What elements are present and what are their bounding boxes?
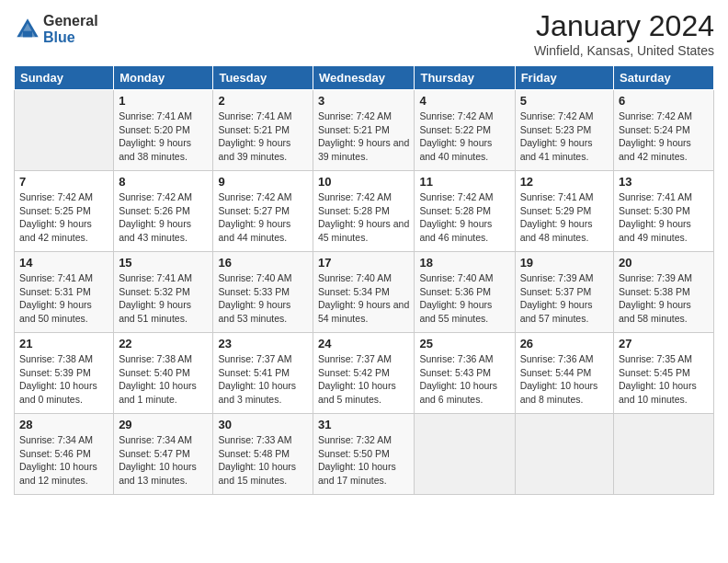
calendar-cell: 9 Sunrise: 7:42 AMSunset: 5:27 PMDayligh… bbox=[213, 171, 313, 252]
col-thursday: Thursday bbox=[415, 66, 515, 90]
calendar-cell: 22 Sunrise: 7:38 AMSunset: 5:40 PMDaylig… bbox=[114, 333, 213, 414]
day-info: Sunrise: 7:38 AMSunset: 5:39 PMDaylight:… bbox=[19, 353, 97, 405]
day-number: 13 bbox=[619, 175, 709, 189]
day-info: Sunrise: 7:42 AMSunset: 5:27 PMDaylight:… bbox=[218, 191, 291, 243]
day-number: 21 bbox=[19, 337, 108, 350]
day-number: 5 bbox=[520, 94, 609, 108]
calendar-cell: 21 Sunrise: 7:38 AMSunset: 5:39 PMDaylig… bbox=[15, 333, 114, 414]
day-number: 12 bbox=[520, 175, 609, 189]
calendar-week-0: 1 Sunrise: 7:41 AMSunset: 5:20 PMDayligh… bbox=[15, 90, 714, 171]
calendar-cell: 17 Sunrise: 7:40 AMSunset: 5:34 PMDaylig… bbox=[313, 252, 415, 333]
col-friday: Friday bbox=[515, 66, 613, 90]
calendar-cell: 4 Sunrise: 7:42 AMSunset: 5:22 PMDayligh… bbox=[415, 90, 515, 171]
col-wednesday: Wednesday bbox=[313, 66, 415, 90]
day-info: Sunrise: 7:40 AMSunset: 5:36 PMDaylight:… bbox=[419, 272, 493, 324]
calendar-cell: 8 Sunrise: 7:42 AMSunset: 5:26 PMDayligh… bbox=[114, 171, 213, 252]
logo: General Blue bbox=[14, 13, 98, 45]
day-number: 23 bbox=[218, 337, 308, 350]
calendar-cell: 14 Sunrise: 7:41 AMSunset: 5:31 PMDaylig… bbox=[15, 252, 114, 333]
day-info: Sunrise: 7:42 AMSunset: 5:25 PMDaylight:… bbox=[19, 191, 93, 243]
day-number: 22 bbox=[119, 337, 208, 350]
day-number: 4 bbox=[419, 94, 509, 108]
day-number: 17 bbox=[318, 256, 409, 270]
day-info: Sunrise: 7:42 AMSunset: 5:26 PMDaylight:… bbox=[119, 191, 192, 243]
day-number: 15 bbox=[119, 256, 208, 270]
day-number: 9 bbox=[218, 175, 308, 189]
title-section: January 2024 Winfield, Kansas, United St… bbox=[534, 9, 714, 58]
day-number: 27 bbox=[619, 337, 709, 350]
calendar-cell: 6 Sunrise: 7:42 AMSunset: 5:24 PMDayligh… bbox=[614, 90, 714, 171]
logo-text: General Blue bbox=[43, 13, 98, 45]
day-info: Sunrise: 7:36 AMSunset: 5:43 PMDaylight:… bbox=[419, 353, 497, 405]
calendar-cell: 15 Sunrise: 7:41 AMSunset: 5:32 PMDaylig… bbox=[114, 252, 213, 333]
col-sunday: Sunday bbox=[15, 66, 114, 90]
location: Winfield, Kansas, United States bbox=[534, 43, 714, 58]
header: General Blue January 2024 Winfield, Kans… bbox=[14, 9, 714, 58]
logo-blue: Blue bbox=[43, 29, 98, 46]
day-number: 2 bbox=[218, 94, 308, 108]
day-info: Sunrise: 7:37 AMSunset: 5:42 PMDaylight:… bbox=[318, 353, 396, 405]
calendar-cell: 10 Sunrise: 7:42 AMSunset: 5:28 PMDaylig… bbox=[313, 171, 415, 252]
day-info: Sunrise: 7:35 AMSunset: 5:45 PMDaylight:… bbox=[619, 353, 697, 405]
svg-rect-2 bbox=[23, 30, 32, 37]
calendar-cell: 27 Sunrise: 7:35 AMSunset: 5:45 PMDaylig… bbox=[614, 333, 714, 414]
calendar-week-1: 7 Sunrise: 7:42 AMSunset: 5:25 PMDayligh… bbox=[15, 171, 714, 252]
calendar-cell: 24 Sunrise: 7:37 AMSunset: 5:42 PMDaylig… bbox=[313, 333, 415, 414]
day-number: 16 bbox=[218, 256, 308, 270]
day-info: Sunrise: 7:40 AMSunset: 5:34 PMDaylight:… bbox=[318, 272, 409, 324]
day-info: Sunrise: 7:42 AMSunset: 5:24 PMDaylight:… bbox=[619, 110, 692, 162]
day-number: 26 bbox=[520, 337, 609, 350]
col-tuesday: Tuesday bbox=[213, 66, 313, 90]
day-number: 14 bbox=[19, 256, 108, 270]
day-number: 3 bbox=[318, 94, 409, 108]
calendar-header-row: Sunday Monday Tuesday Wednesday Thursday… bbox=[15, 66, 714, 90]
day-number: 28 bbox=[19, 418, 108, 431]
calendar-cell bbox=[614, 414, 714, 495]
calendar-cell: 13 Sunrise: 7:41 AMSunset: 5:30 PMDaylig… bbox=[614, 171, 714, 252]
calendar-week-3: 21 Sunrise: 7:38 AMSunset: 5:39 PMDaylig… bbox=[15, 333, 714, 414]
day-number: 1 bbox=[119, 94, 208, 108]
calendar-cell: 12 Sunrise: 7:41 AMSunset: 5:29 PMDaylig… bbox=[515, 171, 613, 252]
calendar-cell: 29 Sunrise: 7:34 AMSunset: 5:47 PMDaylig… bbox=[114, 414, 213, 495]
day-info: Sunrise: 7:36 AMSunset: 5:44 PMDaylight:… bbox=[520, 353, 598, 405]
day-info: Sunrise: 7:38 AMSunset: 5:40 PMDaylight:… bbox=[119, 353, 197, 405]
month-title: January 2024 bbox=[534, 9, 714, 43]
day-number: 8 bbox=[119, 175, 208, 189]
day-info: Sunrise: 7:41 AMSunset: 5:21 PMDaylight:… bbox=[218, 110, 291, 162]
day-number: 7 bbox=[19, 175, 108, 189]
calendar-cell: 11 Sunrise: 7:42 AMSunset: 5:28 PMDaylig… bbox=[415, 171, 515, 252]
day-number: 24 bbox=[318, 337, 409, 350]
logo-general: General bbox=[43, 13, 98, 29]
day-info: Sunrise: 7:41 AMSunset: 5:32 PMDaylight:… bbox=[119, 272, 192, 324]
calendar-cell: 31 Sunrise: 7:32 AMSunset: 5:50 PMDaylig… bbox=[313, 414, 415, 495]
day-info: Sunrise: 7:33 AMSunset: 5:48 PMDaylight:… bbox=[218, 434, 296, 486]
calendar-cell: 2 Sunrise: 7:41 AMSunset: 5:21 PMDayligh… bbox=[213, 90, 313, 171]
day-info: Sunrise: 7:42 AMSunset: 5:22 PMDaylight:… bbox=[419, 110, 493, 162]
calendar-cell bbox=[515, 414, 613, 495]
calendar-cell: 7 Sunrise: 7:42 AMSunset: 5:25 PMDayligh… bbox=[15, 171, 114, 252]
calendar-week-2: 14 Sunrise: 7:41 AMSunset: 5:31 PMDaylig… bbox=[15, 252, 714, 333]
calendar-cell: 30 Sunrise: 7:33 AMSunset: 5:48 PMDaylig… bbox=[213, 414, 313, 495]
day-info: Sunrise: 7:32 AMSunset: 5:50 PMDaylight:… bbox=[318, 434, 396, 486]
day-info: Sunrise: 7:41 AMSunset: 5:20 PMDaylight:… bbox=[119, 110, 192, 162]
day-number: 30 bbox=[218, 418, 308, 431]
calendar-cell: 23 Sunrise: 7:37 AMSunset: 5:41 PMDaylig… bbox=[213, 333, 313, 414]
day-info: Sunrise: 7:42 AMSunset: 5:23 PMDaylight:… bbox=[520, 110, 594, 162]
day-info: Sunrise: 7:42 AMSunset: 5:21 PMDaylight:… bbox=[318, 110, 409, 162]
day-number: 25 bbox=[419, 337, 509, 350]
calendar-cell: 19 Sunrise: 7:39 AMSunset: 5:37 PMDaylig… bbox=[515, 252, 613, 333]
day-info: Sunrise: 7:41 AMSunset: 5:29 PMDaylight:… bbox=[520, 191, 594, 243]
calendar: Sunday Monday Tuesday Wednesday Thursday… bbox=[14, 65, 714, 495]
day-info: Sunrise: 7:41 AMSunset: 5:30 PMDaylight:… bbox=[619, 191, 692, 243]
col-saturday: Saturday bbox=[614, 66, 714, 90]
day-number: 10 bbox=[318, 175, 409, 189]
calendar-cell: 5 Sunrise: 7:42 AMSunset: 5:23 PMDayligh… bbox=[515, 90, 613, 171]
day-number: 19 bbox=[520, 256, 609, 270]
day-info: Sunrise: 7:42 AMSunset: 5:28 PMDaylight:… bbox=[419, 191, 493, 243]
day-info: Sunrise: 7:34 AMSunset: 5:46 PMDaylight:… bbox=[19, 434, 97, 486]
calendar-cell: 26 Sunrise: 7:36 AMSunset: 5:44 PMDaylig… bbox=[515, 333, 613, 414]
day-number: 11 bbox=[419, 175, 509, 189]
day-info: Sunrise: 7:39 AMSunset: 5:37 PMDaylight:… bbox=[520, 272, 594, 324]
day-info: Sunrise: 7:34 AMSunset: 5:47 PMDaylight:… bbox=[119, 434, 197, 486]
day-info: Sunrise: 7:39 AMSunset: 5:38 PMDaylight:… bbox=[619, 272, 692, 324]
